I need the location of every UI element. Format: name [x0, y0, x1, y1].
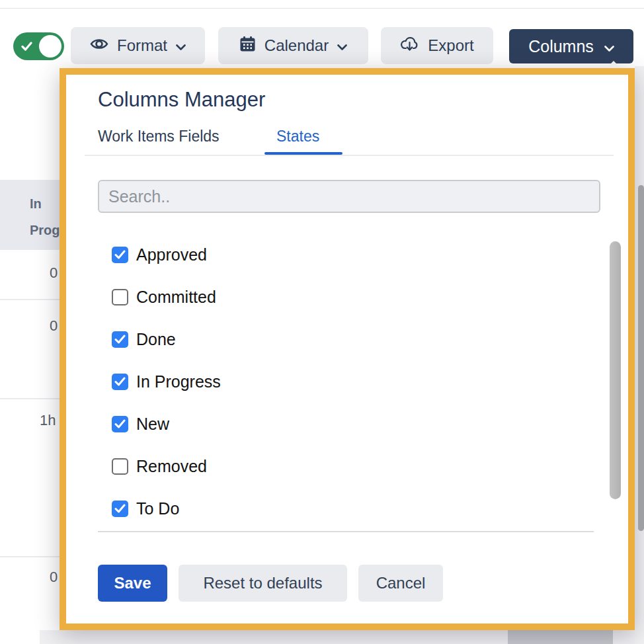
state-row-in-progress[interactable]: In Progress [112, 360, 508, 403]
state-label: Done [136, 330, 176, 349]
state-row-new[interactable]: New [112, 403, 508, 445]
active-tab-underline [264, 152, 342, 155]
save-button[interactable]: Save [98, 565, 167, 602]
eye-icon [90, 36, 108, 55]
bg-row-divider [0, 398, 61, 399]
cancel-button[interactable]: Cancel [358, 565, 443, 602]
bg-row-divider [0, 299, 61, 300]
bg-header-line2: Prog [30, 217, 63, 243]
columns-manager-popup: Columns Manager Work Items Fields States… [60, 68, 635, 630]
export-button[interactable]: Export [381, 27, 493, 64]
bg-table-cell: 0 [0, 569, 60, 588]
footer-divider [98, 531, 594, 532]
checkbox-checked[interactable] [112, 416, 128, 432]
popup-caret [606, 61, 621, 68]
columns-button[interactable]: Columns [509, 29, 633, 63]
checkbox-checked[interactable] [112, 331, 128, 348]
search-input[interactable] [98, 180, 600, 213]
toggle-check-icon [21, 42, 32, 54]
state-label: Removed [136, 457, 207, 476]
bg-header-line1: In [30, 190, 63, 217]
enabled-toggle[interactable] [13, 32, 64, 60]
bg-table-cell: 1h 3 [0, 412, 60, 432]
state-label: Committed [136, 288, 216, 307]
popup-scrollbar-thumb[interactable] [610, 241, 621, 499]
export-button-label: Export [428, 36, 473, 55]
page-scrollbar-thumb[interactable] [638, 185, 644, 531]
bg-table-cell: 0 [0, 317, 60, 337]
state-label: New [136, 415, 169, 434]
state-row-approved[interactable]: Approved [112, 233, 508, 276]
state-row-done[interactable]: Done [112, 318, 508, 360]
calendar-icon [239, 36, 256, 56]
top-divider [0, 8, 644, 9]
bg-table-cell: 0 [0, 264, 60, 284]
state-row-to-do[interactable]: To Do [112, 487, 508, 530]
states-list: ApprovedCommittedDoneIn ProgressNewRemov… [112, 233, 508, 530]
cloud-download-icon [400, 36, 419, 56]
state-row-removed[interactable]: Removed [112, 445, 508, 487]
state-label: In Progress [136, 372, 221, 391]
checkbox-unchecked[interactable] [112, 289, 128, 305]
checkbox-checked[interactable] [112, 374, 128, 390]
bg-table-column-header: In Prog [0, 180, 63, 250]
tab-work-items-fields[interactable]: Work Items Fields [98, 128, 220, 145]
calendar-button-label: Calendar [264, 36, 329, 55]
checkbox-checked[interactable] [112, 501, 128, 517]
popup-title: Columns Manager [98, 88, 265, 112]
bg-row-divider [0, 556, 61, 557]
chevron-down-icon [604, 37, 614, 56]
state-label: To Do [136, 499, 179, 518]
checkbox-unchecked[interactable] [112, 458, 128, 475]
checkbox-checked[interactable] [112, 247, 128, 263]
state-row-committed[interactable]: Committed [112, 276, 508, 318]
state-label: Approved [136, 245, 207, 264]
tab-states[interactable]: States [276, 128, 319, 145]
chevron-down-icon [337, 36, 347, 55]
tabs-baseline [85, 155, 614, 156]
toggle-knob[interactable] [39, 35, 61, 58]
calendar-button[interactable]: Calendar [218, 27, 368, 64]
format-button-label: Format [117, 36, 167, 55]
reset-to-defaults-button[interactable]: Reset to defaults [179, 565, 347, 602]
format-button[interactable]: Format [71, 27, 205, 64]
columns-button-label: Columns [528, 37, 594, 56]
chevron-down-icon [176, 36, 186, 55]
bottom-cropped-element [508, 630, 613, 644]
